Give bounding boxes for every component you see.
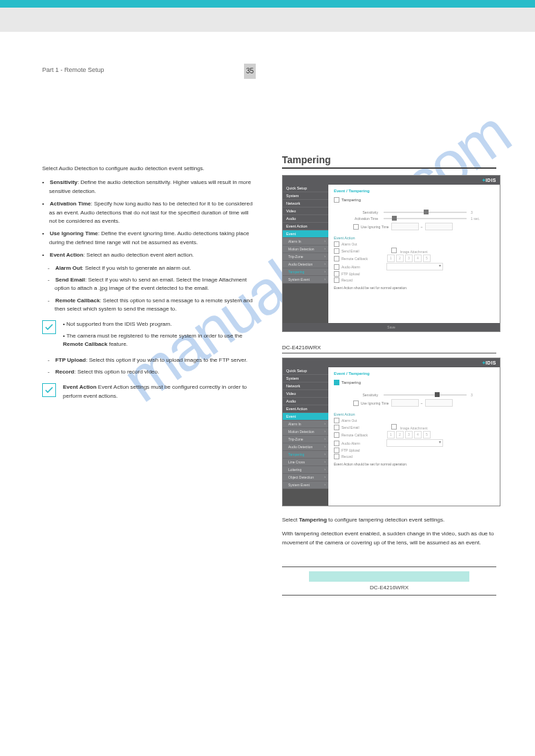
sub2-alarm-in[interactable]: Alarm In bbox=[283, 421, 328, 428]
ui1-sensitivity-slider[interactable] bbox=[384, 212, 467, 213]
ea-img-chk[interactable] bbox=[391, 248, 397, 253]
ui1-ignoring-to[interactable] bbox=[425, 223, 453, 230]
ui1-activation-slider[interactable] bbox=[384, 218, 467, 219]
ui1-footnote: Event Action should be set for normal op… bbox=[334, 286, 494, 290]
sub2-tripzone[interactable]: Trip-Zone bbox=[283, 436, 328, 443]
note-callback-line2a: The camera must be registered to the rem… bbox=[66, 333, 243, 339]
ui2-tampering-checkbox[interactable] bbox=[334, 380, 339, 385]
ui2-ignoring-to[interactable] bbox=[425, 399, 453, 407]
right-column: Tampering ✦IDIS Quick Setup System Netwo… bbox=[282, 154, 496, 596]
ui1-logo: IDIS bbox=[485, 178, 496, 183]
note-eventaction: Event Action Event Action settings must … bbox=[42, 383, 256, 400]
ea2-ftp-chk[interactable] bbox=[334, 448, 339, 453]
ea-email: Send Email bbox=[341, 249, 384, 253]
ui1-main: Event / Tampering Tampering Sensitivity … bbox=[328, 185, 500, 323]
ea2-callback: Remote Callback bbox=[341, 433, 384, 437]
ea2-alarmout-chk[interactable] bbox=[334, 418, 339, 423]
bullet-sensitivity: Sensitivity: Define the audio detection … bbox=[42, 178, 256, 196]
callback-buttons[interactable]: 12345 bbox=[386, 255, 431, 262]
nav2-video[interactable]: Video bbox=[283, 390, 328, 398]
dash-record-label: Record bbox=[55, 369, 75, 375]
nav2-system[interactable]: System bbox=[283, 375, 328, 382]
note-callback-line2c: feature. bbox=[107, 341, 127, 347]
nav-audio[interactable]: Audio bbox=[283, 215, 328, 223]
nav2-quick[interactable]: Quick Setup bbox=[283, 367, 328, 375]
nav-network[interactable]: Network bbox=[283, 200, 328, 208]
ea-ftp-chk[interactable] bbox=[334, 271, 339, 277]
nav2-event[interactable]: Event bbox=[283, 413, 328, 421]
dash-record-text: : Select this option to record video. bbox=[74, 369, 159, 375]
ui2-tampering-label: Tampering bbox=[341, 380, 361, 385]
sub2-audio[interactable]: Audio Detection bbox=[283, 443, 328, 451]
callback2-buttons[interactable]: 12345 bbox=[386, 431, 431, 439]
ea-alarmout-chk[interactable] bbox=[334, 241, 339, 247]
ui1-save-button[interactable]: Save bbox=[387, 325, 395, 329]
sub-audio-detection[interactable]: Audio Detection bbox=[283, 261, 328, 268]
nav2-audio[interactable]: Audio bbox=[283, 398, 328, 405]
ui1-ignoring-from[interactable] bbox=[391, 223, 419, 230]
ui2-ignoring-checkbox[interactable] bbox=[353, 400, 359, 406]
bullet-sensitivity-text: : Define the audio detection sensitivity… bbox=[49, 179, 251, 194]
part-label: Part 1 - Remote Setup bbox=[42, 66, 104, 73]
sub2-linecross[interactable]: Line Cross bbox=[283, 459, 328, 466]
nav2-event-action[interactable]: Event Action bbox=[283, 405, 328, 413]
nav-system[interactable]: System bbox=[283, 192, 328, 200]
dash-callback-label: Remote Callback bbox=[55, 297, 100, 304]
ui2-footnote: Event Action should be set for normal op… bbox=[334, 462, 494, 466]
bullet-activation-label: Activation Time bbox=[50, 201, 91, 207]
ui1-activation-value: 1 sec. bbox=[471, 216, 480, 221]
tampering-intro: Select Tampering to configure tampering … bbox=[282, 516, 496, 524]
ea2-record-chk[interactable] bbox=[334, 454, 339, 459]
ea2-audio-select[interactable] bbox=[386, 439, 443, 447]
sub2-loitering[interactable]: Loitering bbox=[283, 466, 328, 474]
ui1-sensitivity-value: 3 bbox=[471, 210, 473, 214]
check-icon bbox=[42, 383, 56, 397]
ea-audio-chk[interactable] bbox=[334, 264, 339, 270]
sub-motion[interactable]: Motion Detection bbox=[283, 246, 328, 253]
heading-tampering: Tampering bbox=[282, 154, 496, 169]
nav-event-action[interactable]: Event Action bbox=[283, 223, 328, 230]
nav2-network[interactable]: Network bbox=[283, 382, 328, 390]
ea-email-chk[interactable] bbox=[334, 248, 339, 254]
ui1-ea-section: Event Action bbox=[334, 236, 494, 240]
sub-tampering[interactable]: Tampering bbox=[283, 268, 328, 276]
nav-event[interactable]: Event bbox=[283, 230, 328, 238]
bullet-eventaction: Event Action: Select an audio detection … bbox=[42, 251, 256, 259]
dash-alarmout: Alarm Out: Select if you wish to generat… bbox=[42, 264, 256, 273]
ea-callback: Remote Callback bbox=[341, 257, 384, 261]
ea-alarmout: Alarm Out bbox=[341, 242, 384, 246]
ea2-callback-chk[interactable] bbox=[334, 432, 339, 438]
ea-callback-chk[interactable] bbox=[334, 256, 339, 261]
ui2-row-sensitivity: Sensitivity 3 bbox=[334, 393, 494, 397]
ui2-ignoring-from[interactable] bbox=[391, 399, 419, 407]
sub2-object[interactable]: Object Detection bbox=[283, 474, 328, 481]
dash-record: Record: Select this option to record vid… bbox=[42, 368, 256, 376]
ui1-tampering-label: Tampering bbox=[341, 198, 361, 202]
ui1-ignoring-checkbox[interactable] bbox=[353, 224, 359, 230]
ea-audio-select[interactable] bbox=[386, 263, 443, 270]
ui2-ea-section: Event Action bbox=[334, 412, 494, 416]
nav-video[interactable]: Video bbox=[283, 208, 328, 215]
ea2-audio: Audio Alarm bbox=[341, 441, 384, 445]
bullet-ignore-label: Use Ignoring Time bbox=[50, 230, 98, 237]
sub-tripzone[interactable]: Trip-Zone bbox=[283, 253, 328, 261]
ui1-row-ignoring: Use Ignoring Time ~ bbox=[334, 223, 494, 230]
variant-label: DC-E4216WRX bbox=[282, 344, 321, 351]
ea-record-chk[interactable] bbox=[334, 277, 339, 283]
ui2-sensitivity-slider[interactable] bbox=[384, 394, 467, 396]
sub2-tampering[interactable]: Tampering bbox=[283, 451, 328, 459]
nav-quick-setup[interactable]: Quick Setup bbox=[283, 185, 328, 192]
ui1-sidebar: Quick Setup System Network Video Audio E… bbox=[283, 185, 328, 323]
sub2-system-event[interactable]: System Event bbox=[283, 481, 328, 489]
sub-system-event[interactable]: System Event bbox=[283, 276, 328, 284]
sub2-motion[interactable]: Motion Detection bbox=[283, 428, 328, 436]
ui1-title: Event / Tampering bbox=[334, 189, 494, 193]
ea2-img-chk[interactable] bbox=[391, 424, 397, 430]
ui1-tampering-checkbox[interactable] bbox=[334, 197, 339, 203]
tampering-intro-a: Select bbox=[282, 517, 299, 523]
sub-alarm-in[interactable]: Alarm In bbox=[283, 238, 328, 246]
tampering-intro-b: Tampering bbox=[299, 517, 326, 523]
dc-block: DC-E4216WRX bbox=[282, 566, 496, 596]
ea2-audio-chk[interactable] bbox=[334, 441, 339, 446]
ea2-email-chk[interactable] bbox=[334, 425, 339, 430]
